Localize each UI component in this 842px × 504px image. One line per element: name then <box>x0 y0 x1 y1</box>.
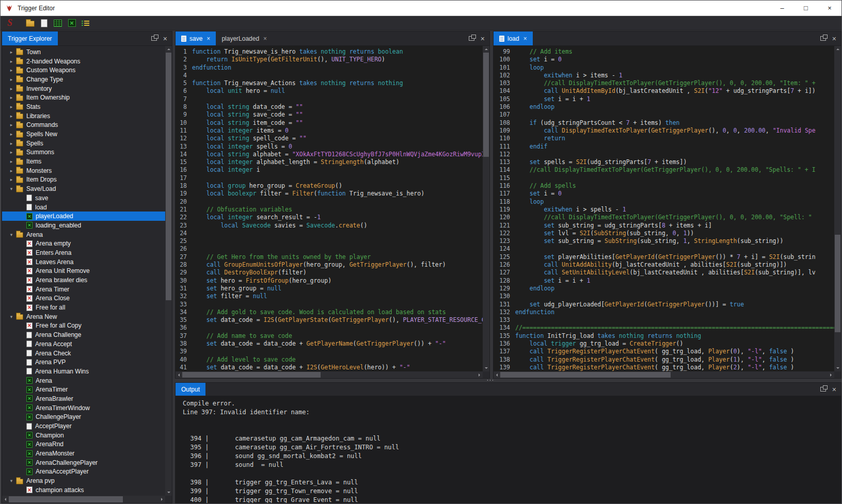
editor-vertical-scrollbar[interactable] <box>483 46 489 371</box>
tree-item-custom-weapons[interactable]: ▸Custom Weapons <box>2 66 165 75</box>
tree-item-monsters[interactable]: ▸Monsters <box>2 166 165 175</box>
code-line[interactable]: 100 set i = 0 <box>494 56 834 63</box>
float-panel-icon[interactable] <box>820 387 826 392</box>
scroll-left-icon[interactable] <box>176 371 182 378</box>
code-line[interactable]: 130 <box>494 292 834 300</box>
code-line[interactable]: 102 exitwhen i > items - 1 <box>494 72 834 79</box>
collapse-arrow-icon[interactable]: ▾ <box>7 314 15 319</box>
tree-item-arenarnd[interactable]: ArenaRnd <box>2 440 165 449</box>
code-line[interactable]: 6 local unit hero = null <box>176 87 483 95</box>
maximize-button[interactable]: □ <box>794 1 818 15</box>
code-line[interactable]: 128 set i = i + 1 <box>494 277 834 285</box>
tree-item-arena-unit-remove[interactable]: Arena Unit Remove <box>2 267 165 276</box>
explorer-horizontal-scrollbar[interactable] <box>2 496 165 503</box>
expand-arrow-icon[interactable]: ▸ <box>7 150 15 155</box>
expand-arrow-icon[interactable]: ▸ <box>7 59 15 64</box>
code-line[interactable]: 133 <box>494 316 834 324</box>
code-line[interactable]: 16 local integer i <box>176 166 483 174</box>
code-line[interactable]: 21 // Obfuscation variables <box>176 206 483 214</box>
tab-save[interactable]: save <box>176 31 216 45</box>
tree-item-leaves-arena[interactable]: Leaves Arena <box>2 257 165 267</box>
code-line[interactable]: 136 local trigger gg_trg_load = CreateTr… <box>494 340 834 348</box>
code-line[interactable]: 113 set spells = S2I(udg_stringParts[7 +… <box>494 158 834 166</box>
scroll-left-icon[interactable] <box>2 496 9 502</box>
tree-item-arena-human-wins[interactable]: Arena Human Wins <box>2 367 165 376</box>
code-line[interactable]: 20 <box>176 198 483 206</box>
code-line[interactable]: 22 local integer search_result = -1 <box>176 214 483 221</box>
tree-item-arenamonster[interactable]: ArenaMonster <box>2 449 165 458</box>
code-line[interactable]: 39 <box>176 348 483 355</box>
editor-horizontal-scrollbar[interactable] <box>176 371 483 378</box>
explorer-vertical-scrollbar[interactable] <box>165 46 172 496</box>
tree-item-arena-empty[interactable]: Arena empty <box>2 239 165 248</box>
tree-item-challengeplayer[interactable]: ChallengePlayer <box>2 413 165 422</box>
expand-arrow-icon[interactable]: ▸ <box>7 77 15 82</box>
code-editor-save[interactable]: 1function Trig_newsave_is_hero takes not… <box>176 46 483 371</box>
tree-item-free-for-all-copy[interactable]: Free for all Copy <box>2 321 165 331</box>
float-panel-icon[interactable] <box>469 36 474 41</box>
code-line[interactable]: 13 local integer spells = 0 <box>176 143 483 151</box>
scroll-up-icon[interactable] <box>834 46 841 53</box>
tree-item-arena-accept[interactable]: Arena Accept <box>2 339 165 349</box>
code-line[interactable]: 40 // Add level to save code <box>176 356 483 364</box>
tree-item-arena-brawler-dies[interactable]: Arena brawler dies <box>2 275 165 285</box>
code-line[interactable]: 116 // Add spells <box>494 182 834 190</box>
tree-item-save[interactable]: save <box>2 193 165 203</box>
code-line[interactable]: 38 set data_code = data_code + GetPlayer… <box>176 340 483 348</box>
code-line[interactable]: 111 endif <box>494 143 834 151</box>
code-line[interactable]: 108 if (udg_stringPartsCount < 7 + items… <box>494 119 834 127</box>
code-line[interactable]: 101 loop <box>494 64 834 72</box>
tree-item-save-load[interactable]: ▾Save/Load <box>2 184 165 193</box>
code-line[interactable]: 18 local group hero_group = CreateGroup(… <box>176 182 483 190</box>
collapse-arrow-icon[interactable]: ▾ <box>7 186 15 191</box>
minimize-button[interactable]: – <box>770 1 794 15</box>
tree-item-spells-new[interactable]: ▸Spells New <box>2 129 165 139</box>
code-line[interactable]: 127 call SetUnitAbilityLevel(bj_lastCrea… <box>494 269 834 277</box>
code-line[interactable]: 115 <box>494 174 834 182</box>
code-line[interactable]: 17 <box>176 174 483 182</box>
editor-vertical-scrollbar[interactable] <box>834 46 841 371</box>
expand-arrow-icon[interactable]: ▸ <box>7 122 15 127</box>
code-line[interactable]: 2 return IsUnitType(GetFilterUnit(), UNI… <box>176 56 483 63</box>
tree-item-playerloaded[interactable]: playerLoaded <box>2 212 165 221</box>
scroll-right-icon[interactable] <box>476 371 483 378</box>
list-icon[interactable] <box>81 18 91 28</box>
code-line[interactable]: 135function InitTrig_load takes nothing … <box>494 332 834 340</box>
tree-item-stats[interactable]: ▸Stats <box>2 102 165 111</box>
code-line[interactable]: 120 //call DisplayTimedTextToPlayer(GetT… <box>494 214 834 221</box>
scroll-down-icon[interactable] <box>834 365 841 371</box>
code-line[interactable]: 112 <box>494 151 834 158</box>
tree-item-free-for-all[interactable]: Free for all <box>2 303 165 312</box>
close-panel-icon[interactable] <box>481 35 485 42</box>
collapse-arrow-icon[interactable]: ▾ <box>7 478 15 483</box>
tree-item-enters-arena[interactable]: Enters Arena <box>2 248 165 257</box>
tree-item-arenatimer[interactable]: ArenaTimer <box>2 385 165 394</box>
expand-arrow-icon[interactable]: ▸ <box>7 68 15 73</box>
tree-item-load[interactable]: load <box>2 203 165 212</box>
scrollbar-thumb[interactable] <box>9 496 123 502</box>
close-button[interactable]: × <box>818 1 841 15</box>
expand-arrow-icon[interactable]: ▸ <box>7 141 15 146</box>
code-line[interactable]: 37 // Add name to save code <box>176 332 483 340</box>
scrollbar-thumb[interactable] <box>166 53 171 300</box>
tree-item-libraries[interactable]: ▸Libraries <box>2 111 165 121</box>
code-line[interactable]: 7 <box>176 95 483 103</box>
tab-load[interactable]: load <box>494 31 533 45</box>
scrollbar-thumb[interactable] <box>182 372 321 378</box>
float-panel-icon[interactable] <box>820 36 826 41</box>
scroll-right-icon[interactable] <box>158 496 165 502</box>
code-line[interactable]: 33 <box>176 301 483 308</box>
code-line[interactable]: 124 <box>494 245 834 253</box>
code-line[interactable]: 134//===================================… <box>494 324 834 332</box>
close-panel-icon[interactable] <box>832 35 836 42</box>
code-line[interactable]: 36 <box>176 324 483 332</box>
scroll-down-icon[interactable] <box>483 365 489 371</box>
code-line[interactable]: 99 // Add items <box>494 48 834 56</box>
splitter-grip[interactable] <box>486 379 495 381</box>
tab-playerloaded[interactable]: playerLoaded <box>216 31 273 45</box>
code-line[interactable]: 125 set playerAbilities[GetPlayerId(GetT… <box>494 253 834 261</box>
collapse-arrow-icon[interactable]: ▾ <box>7 232 15 237</box>
tree-item-change-type[interactable]: ▸Change Type <box>2 75 165 84</box>
code-line[interactable]: 35 set data_code = I2S(GetPlayerState(Ge… <box>176 316 483 324</box>
code-line[interactable]: 117 set i = 0 <box>494 190 834 198</box>
